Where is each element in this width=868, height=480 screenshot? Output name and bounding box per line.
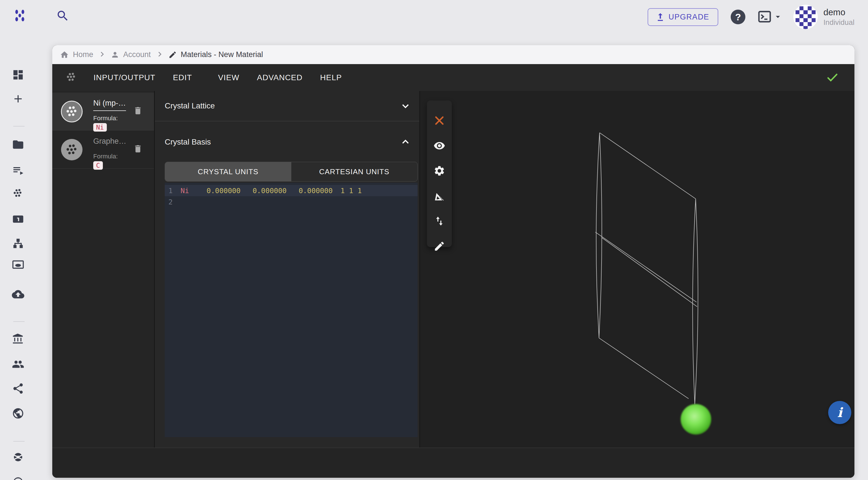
trash-icon xyxy=(133,105,143,116)
left-sidebar xyxy=(0,31,37,480)
units-tab-bar: CRYSTAL UNITS CARTESIAN UNITS xyxy=(165,162,417,181)
workflow-tree-icon[interactable] xyxy=(12,237,24,250)
unit-cell-wireframe xyxy=(420,91,854,448)
upgrade-button[interactable]: UPGRADE xyxy=(648,8,718,26)
user-account-menu[interactable]: demo Individual xyxy=(794,5,855,29)
terminal-icon xyxy=(758,10,773,24)
breadcrumb-account[interactable]: Account xyxy=(111,50,151,59)
tab-cartesian-units[interactable]: CARTESIAN UNITS xyxy=(291,162,417,181)
line-number: 2 xyxy=(165,198,177,206)
viewer-toolbar xyxy=(427,101,452,247)
console-menu-button[interactable] xyxy=(758,10,781,24)
coord-z: 0.000000 xyxy=(299,186,340,195)
formula-chip: Ni xyxy=(93,123,107,132)
material-name: Ni (mp-… xyxy=(93,99,126,111)
materials-dots-icon[interactable] xyxy=(12,187,24,200)
ni-atom-sphere[interactable] xyxy=(681,404,711,435)
tab-crystal-units[interactable]: CRYSTAL UNITS xyxy=(165,162,291,181)
save-check-icon[interactable] xyxy=(826,71,839,84)
add-icon[interactable] xyxy=(12,93,24,105)
card-one-icon[interactable] xyxy=(12,213,24,225)
material-item-ni[interactable]: Ni (mp-… Formula: Ni xyxy=(52,93,154,131)
close-icon[interactable] xyxy=(433,115,445,127)
crystal-lattice-title: Crystal Lattice xyxy=(165,101,215,110)
settings-gear-icon[interactable] xyxy=(433,165,445,177)
editor-line-1[interactable]: 1 Ni 0.000000 0.000000 0.000000 1 1 1 xyxy=(165,185,417,196)
avatar xyxy=(794,5,818,29)
breadcrumb-chevron-icon xyxy=(98,50,106,59)
breadcrumb-current-label: Materials - New Material xyxy=(181,50,263,59)
dashboard-icon[interactable] xyxy=(12,69,24,81)
menu-edit[interactable]: EDIT xyxy=(167,73,198,82)
menu-input-output[interactable]: INPUT/OUTPUT xyxy=(88,73,161,82)
globe-icon[interactable] xyxy=(12,407,24,419)
bank-icon[interactable] xyxy=(12,333,24,345)
material-item-graphene[interactable]: Graphe… Formula: C xyxy=(52,131,154,169)
breadcrumb-account-label: Account xyxy=(123,50,151,59)
coord-y: 0.000000 xyxy=(253,186,299,195)
editor-footer xyxy=(52,448,855,478)
upgrade-label: UPGRADE xyxy=(669,13,709,22)
material-name: Graphe… xyxy=(93,137,126,148)
edit-pencil-icon[interactable] xyxy=(433,240,445,252)
search-icon[interactable] xyxy=(56,9,69,23)
crystal-basis-section-header[interactable]: Crystal Basis xyxy=(155,122,419,162)
material-thumbnail xyxy=(61,139,83,161)
folder-icon[interactable] xyxy=(12,138,24,151)
cloud-upload-icon[interactable] xyxy=(12,288,24,301)
measure-ruler-icon[interactable] xyxy=(433,190,445,202)
chevron-down-icon xyxy=(401,101,410,111)
element-symbol: Ni xyxy=(181,186,207,195)
trash-icon xyxy=(133,143,143,155)
help-wheel-icon[interactable] xyxy=(12,451,24,464)
formula-label: Formula: xyxy=(93,153,118,160)
formula-chip: C xyxy=(93,161,103,170)
breadcrumb-home[interactable]: Home xyxy=(60,50,93,59)
basis-code-editor[interactable]: 1 Ni 0.000000 0.000000 0.000000 1 1 1 2 xyxy=(165,183,417,437)
editor-line-2[interactable]: 2 xyxy=(165,196,417,208)
breadcrumb-current[interactable]: Materials - New Material xyxy=(168,50,263,59)
constraint-flags: 1 1 1 xyxy=(340,186,362,195)
main-editor-window: Home Account Materials - New Material IN… xyxy=(52,45,855,478)
home-icon xyxy=(60,50,69,59)
support-headset-icon[interactable] xyxy=(12,476,24,480)
swap-vertical-icon[interactable] xyxy=(433,215,445,227)
crystal-basis-title: Crystal Basis xyxy=(165,138,211,146)
pencil-icon xyxy=(168,50,177,59)
info-button[interactable]: i xyxy=(828,401,851,424)
sidebar-divider xyxy=(13,441,25,442)
visibility-eye-icon[interactable] xyxy=(433,140,445,151)
breadcrumb-home-label: Home xyxy=(73,50,93,59)
media-card-icon[interactable] xyxy=(12,259,24,271)
crystal-lattice-section-header[interactable]: Crystal Lattice xyxy=(155,91,419,122)
formula-label: Formula: xyxy=(93,115,118,122)
sidebar-divider xyxy=(13,321,25,322)
breadcrumb: Home Account Materials - New Material xyxy=(52,45,855,64)
material-thumbnail xyxy=(61,101,83,123)
app-logo-icon[interactable] xyxy=(13,8,27,23)
coord-x: 0.000000 xyxy=(207,186,253,195)
editor-menubar: INPUT/OUTPUT EDIT VIEW ADVANCED HELP xyxy=(52,64,855,91)
breadcrumb-chevron-icon xyxy=(156,50,163,59)
help-button[interactable]: ? xyxy=(731,10,745,24)
jobs-list-icon[interactable] xyxy=(12,164,24,176)
menu-view[interactable]: VIEW xyxy=(212,73,246,82)
material-dots-icon xyxy=(65,71,78,84)
menu-advanced[interactable]: ADVANCED xyxy=(251,73,309,82)
share-icon[interactable] xyxy=(12,382,24,395)
user-plan: Individual xyxy=(824,18,855,27)
materials-list-panel: Ni (mp-… Formula: Ni Graphe… Formula: C xyxy=(52,91,154,448)
chevron-up-icon xyxy=(401,137,410,147)
delete-material-button[interactable] xyxy=(133,105,143,116)
team-icon[interactable] xyxy=(12,358,24,371)
line-number: 1 xyxy=(165,186,177,195)
sidebar-divider xyxy=(13,126,25,127)
chevron-down-icon xyxy=(775,14,781,20)
delete-material-button[interactable] xyxy=(133,143,143,155)
user-name: demo xyxy=(824,7,855,18)
info-icon: i xyxy=(837,405,842,420)
content-area: Ni (mp-… Formula: Ni Graphe… Formula: C xyxy=(52,91,855,448)
three-d-viewer[interactable]: i xyxy=(420,91,855,448)
menu-help[interactable]: HELP xyxy=(314,73,348,82)
source-editor-panel: Crystal Lattice Crystal Basis CRYSTAL UN… xyxy=(155,91,419,448)
